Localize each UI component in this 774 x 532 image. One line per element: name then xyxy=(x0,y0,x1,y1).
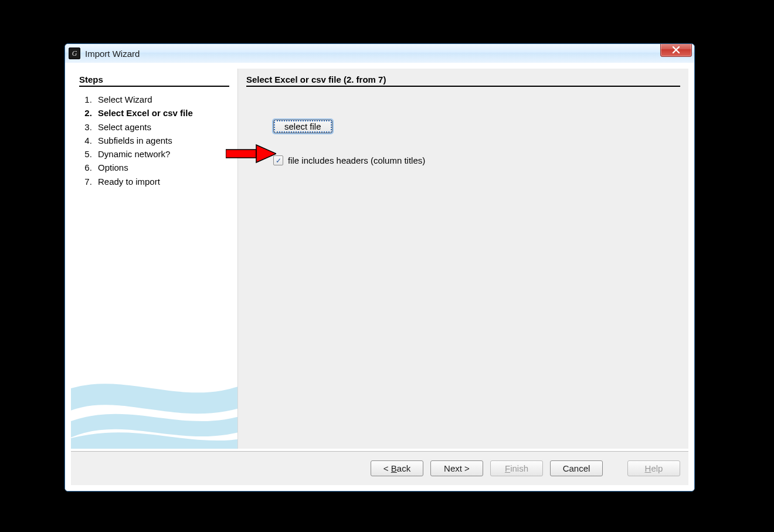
headers-checkbox-row: ✓ file includes headers (column titles) xyxy=(273,155,680,165)
back-button[interactable]: < Back xyxy=(371,460,423,476)
window-title: Import Wizard xyxy=(85,49,140,59)
step-item-3: Select agents xyxy=(94,120,229,134)
window-close-button[interactable] xyxy=(660,43,692,57)
help-button[interactable]: Help xyxy=(627,460,680,476)
wizard-window: G Import Wizard Steps Select Wizard Sele… xyxy=(64,43,695,492)
headers-checkbox[interactable]: ✓ xyxy=(273,155,283,165)
wizard-body: Steps Select Wizard Select Excel or csv … xyxy=(71,69,688,449)
next-button[interactable]: Next > xyxy=(430,460,483,476)
step-item-1: Select Wizard xyxy=(94,93,229,106)
step-item-7: Ready to import xyxy=(94,175,229,188)
close-icon xyxy=(672,46,680,53)
cancel-button[interactable]: Cancel xyxy=(550,460,603,476)
wizard-frame: Steps Select Wizard Select Excel or csv … xyxy=(71,69,688,485)
button-bar: < Back Next > Finish Cancel Help xyxy=(71,451,688,485)
select-file-button[interactable]: select file xyxy=(273,120,332,133)
app-icon: G xyxy=(69,48,80,59)
titlebar: G Import Wizard xyxy=(65,44,694,63)
step-item-2: Select Excel or csv file xyxy=(94,106,229,120)
finish-button[interactable]: Finish xyxy=(490,460,543,476)
content-heading: Select Excel or csv file (2. from 7) xyxy=(246,74,680,87)
steps-list: Select Wizard Select Excel or csv file S… xyxy=(79,93,229,188)
client-area: Steps Select Wizard Select Excel or csv … xyxy=(65,63,694,491)
steps-heading: Steps xyxy=(79,74,229,87)
step-item-6: Options xyxy=(94,161,229,174)
headers-checkbox-label: file includes headers (column titles) xyxy=(288,155,425,165)
select-file-label: select file xyxy=(284,121,321,131)
step-item-4: Subfields in agents xyxy=(94,134,229,147)
decorative-wave xyxy=(71,314,237,449)
steps-pane: Steps Select Wizard Select Excel or csv … xyxy=(71,69,237,449)
step-item-5: Dynamic network? xyxy=(94,147,229,161)
content-pane: Select Excel or csv file (2. from 7) sel… xyxy=(237,69,688,449)
